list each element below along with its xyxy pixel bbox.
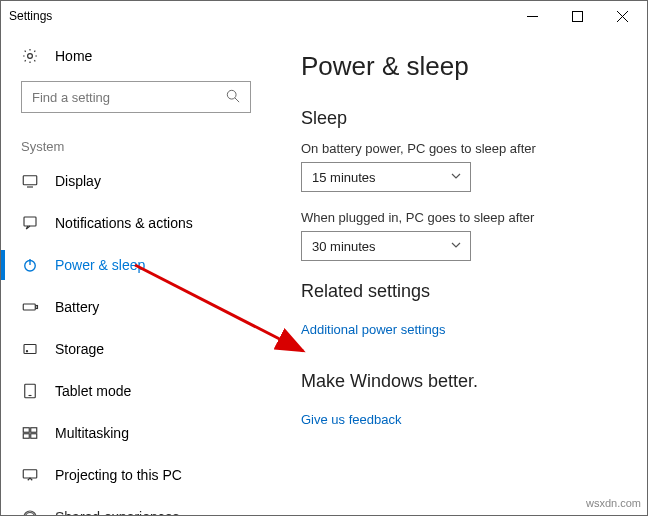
- plugged-sleep-select[interactable]: 30 minutes: [301, 231, 471, 261]
- search-input[interactable]: Find a setting: [21, 81, 251, 113]
- svg-rect-1: [573, 11, 583, 21]
- sidebar-nav: Display Notifications & actions Power & …: [1, 160, 271, 515]
- storage-icon: [21, 340, 39, 358]
- sidebar-item-label: Shared experiences: [55, 509, 180, 515]
- window-controls: [510, 1, 645, 31]
- settings-window: Settings Home: [0, 0, 648, 516]
- multitasking-icon: [21, 424, 39, 442]
- tablet-icon: [21, 382, 39, 400]
- gear-icon: [21, 47, 39, 65]
- sidebar-item-notifications[interactable]: Notifications & actions: [1, 202, 271, 244]
- chevron-down-icon: [450, 239, 462, 254]
- sidebar-item-battery[interactable]: Battery: [1, 286, 271, 328]
- search-icon: [226, 89, 240, 106]
- sidebar-item-projecting[interactable]: Projecting to this PC: [1, 454, 271, 496]
- svg-point-4: [28, 54, 33, 59]
- battery-sleep-label: On battery power, PC goes to sleep after: [301, 141, 627, 156]
- notifications-icon: [21, 214, 39, 232]
- svg-rect-20: [23, 434, 29, 439]
- sidebar-item-storage[interactable]: Storage: [1, 328, 271, 370]
- svg-rect-19: [31, 428, 37, 433]
- svg-line-6: [235, 97, 239, 101]
- svg-rect-22: [23, 470, 37, 478]
- svg-rect-12: [23, 304, 35, 310]
- home-row[interactable]: Home: [1, 41, 271, 71]
- sidebar-item-label: Storage: [55, 341, 104, 357]
- sidebar-item-tablet-mode[interactable]: Tablet mode: [1, 370, 271, 412]
- main-panel: Power & sleep Sleep On battery power, PC…: [271, 31, 647, 515]
- sidebar-group-label: System: [1, 121, 271, 160]
- svg-rect-7: [23, 176, 37, 185]
- power-icon: [21, 256, 39, 274]
- minimize-button[interactable]: [510, 1, 555, 31]
- sidebar-item-shared-experiences[interactable]: Shared experiences: [1, 496, 271, 515]
- window-title: Settings: [9, 9, 510, 23]
- sidebar-item-label: Tablet mode: [55, 383, 131, 399]
- title-bar: Settings: [1, 1, 647, 31]
- plugged-sleep-label: When plugged in, PC goes to sleep after: [301, 210, 627, 225]
- search-placeholder: Find a setting: [32, 90, 110, 105]
- sidebar-item-display[interactable]: Display: [1, 160, 271, 202]
- svg-point-5: [227, 90, 236, 99]
- display-icon: [21, 172, 39, 190]
- make-better-heading: Make Windows better.: [301, 371, 627, 392]
- projecting-icon: [21, 466, 39, 484]
- close-button[interactable]: [600, 1, 645, 31]
- feedback-link[interactable]: Give us feedback: [301, 412, 401, 427]
- sidebar-item-multitasking[interactable]: Multitasking: [1, 412, 271, 454]
- sidebar: Home Find a setting System: [1, 31, 271, 515]
- chevron-down-icon: [450, 170, 462, 185]
- home-label: Home: [55, 48, 92, 64]
- battery-icon: [21, 298, 39, 316]
- svg-rect-21: [31, 434, 37, 439]
- svg-rect-13: [36, 306, 38, 309]
- sidebar-item-power-sleep[interactable]: Power & sleep: [1, 244, 271, 286]
- sleep-heading: Sleep: [301, 108, 627, 129]
- battery-sleep-select[interactable]: 15 minutes: [301, 162, 471, 192]
- sidebar-item-label: Projecting to this PC: [55, 467, 182, 483]
- search-wrap: Find a setting: [1, 71, 271, 121]
- content-area: Home Find a setting System: [1, 31, 647, 515]
- sidebar-item-label: Power & sleep: [55, 257, 145, 273]
- svg-rect-14: [24, 345, 36, 354]
- svg-rect-18: [23, 428, 29, 433]
- maximize-button[interactable]: [555, 1, 600, 31]
- sidebar-item-label: Display: [55, 173, 101, 189]
- sidebar-item-label: Multitasking: [55, 425, 129, 441]
- sidebar-item-label: Notifications & actions: [55, 215, 193, 231]
- battery-sleep-value: 15 minutes: [312, 170, 376, 185]
- sidebar-item-label: Battery: [55, 299, 99, 315]
- svg-point-15: [26, 351, 27, 352]
- watermark: wsxdn.com: [586, 497, 641, 509]
- page-title: Power & sleep: [301, 51, 627, 82]
- shared-icon: [21, 508, 39, 515]
- plugged-sleep-value: 30 minutes: [312, 239, 376, 254]
- svg-rect-9: [24, 217, 36, 226]
- additional-power-settings-link[interactable]: Additional power settings: [301, 322, 446, 337]
- related-heading: Related settings: [301, 281, 627, 302]
